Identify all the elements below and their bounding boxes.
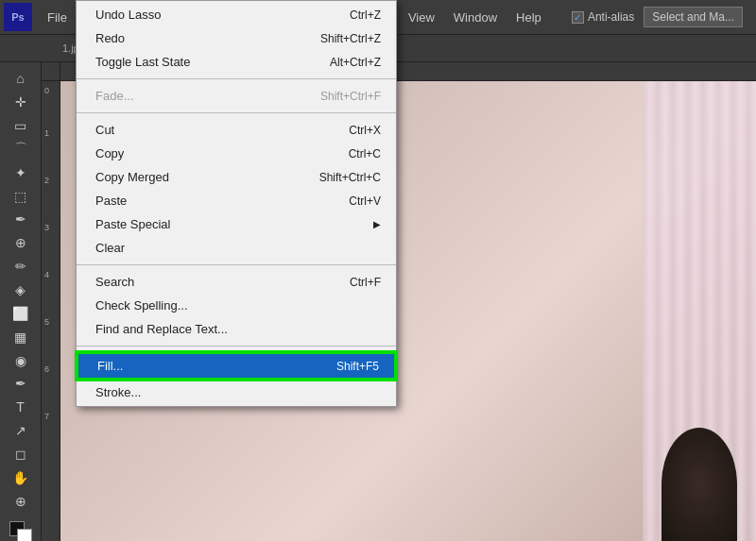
menu-section-1: Undo Lasso Ctrl+Z Redo Shift+Ctrl+Z Togg… <box>77 1 396 76</box>
hand-tool[interactable]: ✋ <box>4 466 38 488</box>
eraser-tool[interactable]: ⬜ <box>4 302 38 324</box>
menu-section-4: Search Ctrl+F Check Spelling... Find and… <box>77 268 396 343</box>
checkmark-icon: ✓ <box>574 12 581 23</box>
move-tool[interactable]: ✛ <box>4 92 38 113</box>
menu-item-cut[interactable]: Cut Ctrl+X <box>77 118 396 142</box>
figure-silhouette <box>662 428 737 541</box>
menu-window[interactable]: Window <box>444 5 507 30</box>
ruler-left-0: 0 <box>43 86 51 95</box>
separator-3 <box>77 264 396 265</box>
ruler-left-3: 3 <box>43 223 51 232</box>
ruler-left-2: 2 <box>43 176 51 185</box>
menu-item-check-spelling[interactable]: Check Spelling... <box>77 294 396 317</box>
menu-item-paste[interactable]: Paste Ctrl+V <box>77 189 396 212</box>
brush-tool[interactable]: ✏ <box>4 256 38 278</box>
color-swatches[interactable] <box>4 519 38 541</box>
lasso-tool[interactable]: ⌒ <box>4 139 38 161</box>
ps-logo: Ps <box>4 3 32 31</box>
submenu-arrow-icon: ▶ <box>373 219 381 229</box>
eyedropper-tool[interactable]: ✒ <box>4 209 38 230</box>
zoom-tool[interactable]: ⊕ <box>4 490 38 512</box>
crop-tool[interactable]: ⬚ <box>4 185 38 207</box>
menu-section-3: Cut Ctrl+X Copy Ctrl+C Copy Merged Shift… <box>77 116 396 262</box>
ruler-corner <box>42 62 60 81</box>
text-tool[interactable]: T <box>4 397 38 418</box>
menu-item-copy-merged[interactable]: Copy Merged Shift+Ctrl+C <box>77 165 396 189</box>
anti-alias-control[interactable]: ✓ Anti-alias <box>572 10 634 24</box>
menu-section-5: Fill... Shift+F5 Stroke... <box>77 349 396 406</box>
menu-bar-right: ✓ Anti-alias Select and Ma... <box>572 7 752 27</box>
shape-tool[interactable]: ◻ <box>4 444 38 465</box>
ruler-left-6: 6 <box>43 364 51 374</box>
marquee-tool[interactable]: ▭ <box>4 115 38 137</box>
menu-item-find-replace[interactable]: Find and Replace Text... <box>77 317 396 341</box>
menu-item-search[interactable]: Search Ctrl+F <box>77 270 396 294</box>
menu-item-fill[interactable]: Fill... Shift+F5 <box>77 352 396 380</box>
healing-tool[interactable]: ⊕ <box>4 232 38 254</box>
menu-item-redo[interactable]: Redo Shift+Ctrl+Z <box>77 26 396 50</box>
separator-4 <box>77 346 396 347</box>
menu-file[interactable]: File <box>38 5 77 30</box>
menu-item-stroke[interactable]: Stroke... <box>77 380 396 404</box>
menu-item-clear[interactable]: Clear <box>77 236 396 260</box>
ruler-left-1: 1 <box>43 128 51 138</box>
home-tool[interactable]: ⌂ <box>4 68 38 90</box>
anti-alias-label: Anti-alias <box>588 10 634 24</box>
ruler-left-7: 7 <box>43 412 51 421</box>
pen-tool[interactable]: ✒ <box>4 373 38 395</box>
menu-item-toggle[interactable]: Toggle Last State Alt+Ctrl+Z <box>77 50 396 74</box>
menu-item-paste-special[interactable]: Paste Special ▶ <box>77 212 396 236</box>
anti-alias-checkbox[interactable]: ✓ <box>572 11 584 24</box>
dodge-tool[interactable]: ◉ <box>4 349 38 371</box>
gradient-tool[interactable]: ▦ <box>4 326 38 347</box>
select-mask-button[interactable]: Select and Ma... <box>644 7 743 27</box>
stamp-tool[interactable]: ◈ <box>4 279 38 301</box>
menu-view[interactable]: View <box>399 5 444 30</box>
ruler-left-4: 4 <box>43 270 51 279</box>
left-toolbar: ⌂ ✛ ▭ ⌒ ✦ ⬚ ✒ ⊕ ✏ ◈ ⬜ ▦ ◉ ✒ T ↗ ◻ ✋ ⊕ <box>0 62 42 541</box>
separator-1 <box>77 78 396 79</box>
ruler-left-5: 5 <box>43 317 51 327</box>
separator-2 <box>77 112 396 113</box>
menu-item-undo[interactable]: Undo Lasso Ctrl+Z <box>77 3 396 26</box>
ruler-left: 0 1 2 3 4 5 6 7 <box>42 81 60 541</box>
menu-item-copy[interactable]: Copy Ctrl+C <box>77 142 396 165</box>
magic-wand-tool[interactable]: ✦ <box>4 161 38 183</box>
path-tool[interactable]: ↗ <box>4 420 38 442</box>
menu-help[interactable]: Help <box>507 5 551 30</box>
menu-section-2: Fade... Shift+Ctrl+F <box>77 82 396 110</box>
edit-dropdown-menu: Undo Lasso Ctrl+Z Redo Shift+Ctrl+Z Togg… <box>76 0 397 407</box>
menu-item-fade[interactable]: Fade... Shift+Ctrl+F <box>77 84 396 108</box>
